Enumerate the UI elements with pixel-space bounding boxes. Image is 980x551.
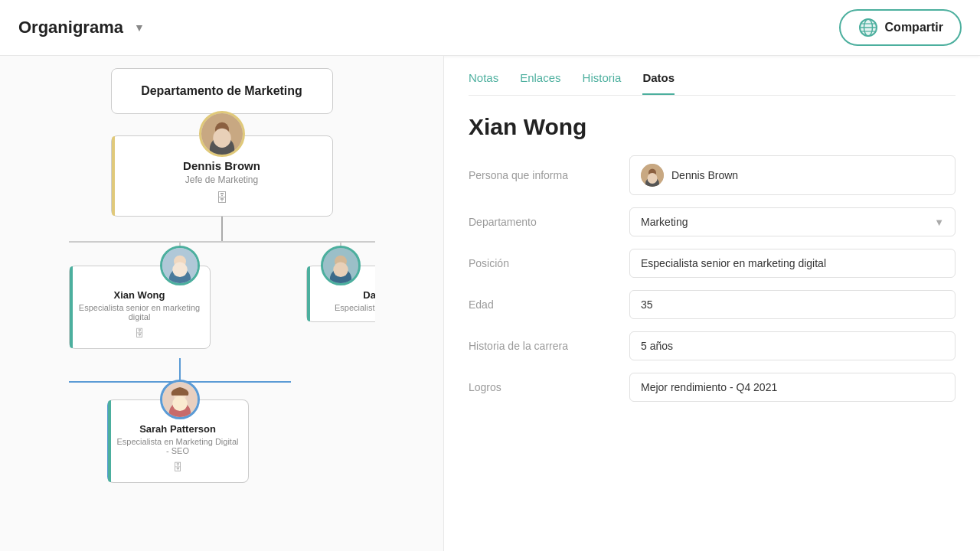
field-label-departamento: Departamento <box>469 216 614 228</box>
person-heading: Xian Wong <box>469 114 956 140</box>
child1-face-svg <box>162 246 198 285</box>
children-row: Xian Wong Especialista senior en marketi… <box>69 243 375 483</box>
sarah-avatar <box>160 380 200 419</box>
child1-db-icon: 🗄 <box>79 328 201 339</box>
field-value-persona[interactable]: Dennis Brown <box>629 155 956 195</box>
child1-card-wrapper: Xian Wong Especialista senior en marketi… <box>69 266 291 349</box>
field-value-historia[interactable]: 5 años <box>629 331 956 360</box>
field-row-persona: Persona que informa Dennis Brown <box>469 155 956 195</box>
child1-name: Xian Wong <box>79 289 201 301</box>
child2-face-svg <box>323 246 358 285</box>
sarah-face-svg <box>162 380 198 419</box>
edad-value: 35 <box>641 298 653 311</box>
manager-avatar-wrap <box>199 111 245 157</box>
field-row-logros: Logros Mejor rendimiento - Q4 2021 <box>469 373 956 402</box>
child2-role: Especialista senior e... <box>316 303 375 312</box>
tab-historia[interactable]: Historia <box>583 71 622 95</box>
manager-avatar <box>199 111 245 157</box>
child2-wrapper: David Especialista senior e... <box>306 243 375 483</box>
child2-card-wrapper: David Especialista senior e... <box>306 266 375 322</box>
manager-card-wrapper: Dennis Brown Jefe de Marketing 🗄 <box>111 135 333 217</box>
title-dropdown-icon[interactable]: ▼ <box>134 21 145 34</box>
field-row-posicion: Posición Especialista senior en marketin… <box>469 249 956 278</box>
sarah-db-icon: 🗄 <box>117 461 239 473</box>
field-row-edad: Edad 35 <box>469 290 956 319</box>
field-label-logros: Logros <box>469 381 614 393</box>
sarah-role: Especialista en Marketing Digital - SEO <box>117 437 239 455</box>
departamento-value: Marketing <box>641 216 688 228</box>
connector-manager-to-children <box>221 217 223 241</box>
children-h-bar <box>69 241 375 243</box>
manager-face-svg <box>201 113 243 155</box>
manager-role: Jefe de Marketing <box>124 174 320 185</box>
sarah-avatar-wrap <box>160 380 200 419</box>
child1-avatar <box>160 246 200 285</box>
field-row-departamento: Departamento Marketing ▼ <box>469 207 956 236</box>
globe-icon <box>858 17 879 38</box>
persona-avatar-svg <box>641 164 664 187</box>
field-label-edad: Edad <box>469 298 614 311</box>
sarah-name: Sarah Patterson <box>117 423 239 435</box>
field-value-posicion[interactable]: Especialista senior en marketing digital <box>629 249 956 278</box>
field-label-posicion: Posición <box>469 257 614 269</box>
logros-value: Mejor rendimiento - Q4 2021 <box>641 381 777 393</box>
svg-point-9 <box>213 129 230 148</box>
tab-datos[interactable]: Datos <box>642 71 675 95</box>
org-tree: Departamento de Marketing <box>12 62 431 483</box>
tabs-bar: Notas Enlaces Historia Datos <box>469 56 956 96</box>
posicion-value: Especialista senior en marketing digital <box>641 257 826 269</box>
manager-name: Dennis Brown <box>124 159 320 172</box>
child2-name: David <box>316 289 375 301</box>
tab-enlaces[interactable]: Enlaces <box>520 71 560 95</box>
departamento-chevron: ▼ <box>934 217 944 228</box>
manager-db-icon: 🗄 <box>124 191 320 205</box>
org-chart-panel: Departamento de Marketing <box>0 56 444 551</box>
field-label-persona: Persona que informa <box>469 169 614 181</box>
child1-to-sarah-connector <box>179 358 181 381</box>
persona-avatar <box>641 164 664 187</box>
department-name: Departamento de Marketing <box>124 83 320 99</box>
svg-point-13 <box>172 262 187 277</box>
department-box[interactable]: Departamento de Marketing <box>111 68 333 114</box>
svg-point-21 <box>333 262 348 277</box>
persona-name: Dennis Brown <box>671 169 738 181</box>
field-value-departamento[interactable]: Marketing ▼ <box>629 207 956 236</box>
child1-wrapper: Xian Wong Especialista senior en marketi… <box>69 243 291 483</box>
child1-role: Especialista senior en marketing digital <box>79 303 201 321</box>
sarah-card-wrapper: Sarah Patterson Especialista en Marketin… <box>107 399 253 483</box>
historia-value: 5 años <box>641 340 673 352</box>
svg-point-17 <box>172 396 187 411</box>
share-label: Compartir <box>885 21 943 34</box>
main-content: Departamento de Marketing <box>0 56 980 551</box>
field-row-historia: Historia de la carrera 5 años <box>469 331 956 360</box>
field-value-logros[interactable]: Mejor rendimiento - Q4 2021 <box>629 373 956 402</box>
child2-avatar <box>321 246 361 285</box>
tab-notas[interactable]: Notas <box>469 71 498 95</box>
detail-panel: Notas Enlaces Historia Datos Xian Wong P… <box>444 56 980 551</box>
header-left: Organigrama ▼ <box>18 18 145 37</box>
field-label-historia: Historia de la carrera <box>469 340 614 352</box>
child2-avatar-wrap <box>321 246 361 285</box>
header: Organigrama ▼ Compartir <box>0 0 980 56</box>
app-title: Organigrama <box>18 18 123 37</box>
share-button[interactable]: Compartir <box>839 9 962 46</box>
field-value-edad[interactable]: 35 <box>629 290 956 319</box>
child1-avatar-wrap <box>160 246 200 285</box>
svg-point-25 <box>648 173 658 184</box>
